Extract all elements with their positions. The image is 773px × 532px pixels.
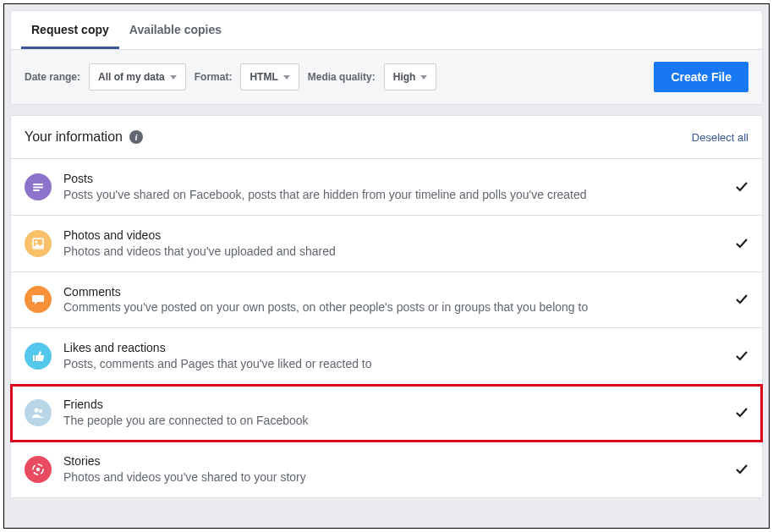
row-likes[interactable]: Likes and reactions Posts, comments and … — [11, 328, 762, 385]
row-title: Stories — [63, 453, 725, 469]
checkbox-photos[interactable] — [735, 237, 748, 250]
section-title: Your information — [25, 129, 123, 145]
checkbox-friends[interactable] — [735, 406, 748, 420]
info-icon[interactable]: i — [129, 130, 143, 144]
chevron-down-icon — [420, 75, 427, 80]
media-quality-value: High — [393, 71, 416, 83]
svg-rect-0 — [33, 184, 43, 185]
chevron-down-icon — [283, 75, 290, 80]
deselect-all-link[interactable]: Deselect all — [692, 131, 748, 144]
row-desc: The people you are connected to on Faceb… — [63, 413, 725, 429]
create-file-button[interactable]: Create File — [654, 62, 748, 92]
date-range-value: All of my data — [98, 71, 165, 83]
row-posts[interactable]: Posts Posts you've shared on Facebook, p… — [11, 159, 762, 216]
row-title: Photos and videos — [63, 228, 725, 244]
chevron-down-icon — [170, 75, 177, 80]
row-title: Comments — [63, 284, 725, 300]
row-title: Likes and reactions — [63, 340, 725, 356]
row-title: Posts — [63, 171, 725, 187]
format-label: Format: — [195, 71, 233, 83]
row-desc: Comments you've posted on your own posts… — [63, 299, 725, 315]
date-range-label: Date range: — [25, 71, 80, 83]
svg-point-8 — [36, 468, 40, 471]
row-friends[interactable]: Friends The people you are connected to … — [11, 385, 762, 442]
row-desc: Posts you've shared on Facebook, posts t… — [63, 187, 725, 203]
filter-bar: Date range: All of my data Format: HTML … — [11, 50, 762, 104]
svg-rect-1 — [33, 186, 43, 188]
format-dropdown[interactable]: HTML — [240, 63, 299, 90]
checkbox-comments[interactable] — [735, 293, 748, 306]
svg-point-5 — [35, 409, 39, 413]
tab-request-copy[interactable]: Request copy — [21, 11, 119, 49]
checkbox-likes[interactable] — [735, 349, 748, 363]
section-header: Your information i Deselect all — [11, 116, 762, 159]
posts-icon — [25, 173, 52, 200]
svg-point-4 — [36, 240, 38, 243]
information-card: Your information i Deselect all Posts Po… — [10, 115, 763, 498]
checkbox-posts[interactable] — [735, 180, 748, 194]
format-value: HTML — [249, 71, 277, 83]
row-stories[interactable]: Stories Photos and videos you've shared … — [11, 442, 762, 497]
row-desc: Photos and videos that you've uploaded a… — [63, 244, 725, 260]
comments-icon — [25, 286, 52, 313]
svg-point-6 — [39, 409, 42, 413]
checkbox-stories[interactable] — [735, 463, 748, 476]
media-quality-dropdown[interactable]: High — [384, 63, 437, 90]
friends-icon — [25, 399, 52, 426]
row-desc: Photos and videos you've shared to your … — [63, 469, 725, 485]
media-quality-label: Media quality: — [308, 71, 376, 83]
row-title: Friends — [63, 397, 725, 413]
date-range-dropdown[interactable]: All of my data — [89, 63, 186, 90]
row-photos[interactable]: Photos and videos Photos and videos that… — [11, 216, 762, 272]
tabs: Request copy Available copies — [11, 11, 762, 50]
row-comments[interactable]: Comments Comments you've posted on your … — [11, 272, 762, 329]
row-desc: Posts, comments and Pages that you've li… — [63, 356, 725, 372]
likes-icon — [25, 343, 52, 370]
svg-rect-2 — [33, 189, 40, 191]
stories-icon — [25, 456, 52, 483]
tab-available-copies[interactable]: Available copies — [119, 11, 232, 49]
top-card: Request copy Available copies Date range… — [10, 10, 763, 105]
photos-icon — [25, 230, 52, 257]
